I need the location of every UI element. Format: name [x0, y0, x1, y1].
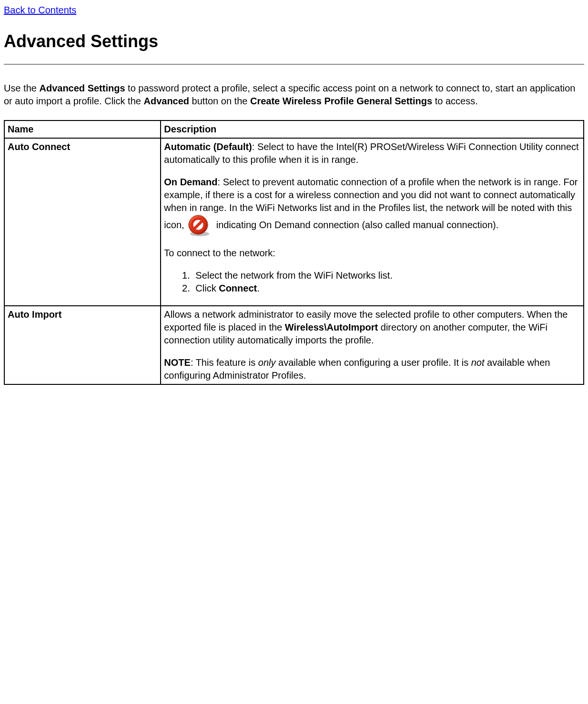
header-description: Description [161, 121, 584, 138]
intro-bold-advanced: Advanced [143, 96, 189, 106]
back-to-contents-link[interactable]: Back to Contents [4, 5, 76, 15]
table-row: Auto Import Allows a network administrat… [4, 306, 584, 384]
header-name: Name [4, 121, 161, 138]
intro-text: button on the [189, 96, 250, 106]
step2-pre: Click [195, 283, 219, 293]
on-demand-text-after-icon: indicating On Demand connection (also ca… [213, 220, 498, 230]
table-header-row: Name Description [4, 121, 584, 138]
desc-on-demand: On Demand: Select to prevent automatic c… [164, 176, 580, 237]
list-item: Select the network from the WiFi Network… [193, 269, 580, 282]
note-text: : This feature is [191, 357, 258, 368]
row-name-auto-connect: Auto Connect [4, 138, 161, 306]
row-name-auto-import: Auto Import [4, 306, 161, 384]
table-row: Auto Connect Automatic (Default): Select… [4, 138, 584, 306]
note-text: available when configuring a user profil… [276, 357, 471, 368]
page-title: Advanced Settings [4, 30, 584, 53]
list-item: Click Connect. [193, 282, 580, 295]
desc-automatic: Automatic (Default): Select to have the … [164, 141, 580, 166]
step2-bold: Connect [219, 283, 257, 293]
row-desc-auto-import: Allows a network administrator to easily… [161, 306, 584, 384]
intro-text: Use the [4, 83, 39, 93]
note-italic-not: not [471, 357, 485, 368]
auto-import-note: NOTE: This feature is only available whe… [164, 356, 580, 382]
intro-text: to access. [432, 96, 478, 106]
on-demand-icon [187, 214, 213, 237]
auto-import-bold-dir: Wireless\AutoImport [285, 322, 378, 332]
auto-import-para: Allows a network administrator to easily… [164, 308, 580, 347]
note-italic-only: only [258, 357, 276, 368]
connect-steps-list: Select the network from the WiFi Network… [164, 269, 580, 295]
note-bold: NOTE [164, 357, 191, 368]
to-connect-text: To connect to the network: [164, 247, 580, 260]
on-demand-bold: On Demand [164, 177, 217, 187]
intro-paragraph: Use the Advanced Settings to password pr… [4, 82, 584, 108]
step2-post: . [257, 283, 260, 293]
horizontal-rule [4, 64, 584, 65]
automatic-bold: Automatic (Default) [164, 141, 252, 152]
row-desc-auto-connect: Automatic (Default): Select to have the … [161, 138, 584, 306]
settings-table: Name Description Auto Connect Automatic … [4, 120, 584, 385]
intro-bold-advanced-settings: Advanced Settings [39, 83, 125, 93]
intro-bold-create-wireless: Create Wireless Profile General Settings [250, 96, 432, 106]
